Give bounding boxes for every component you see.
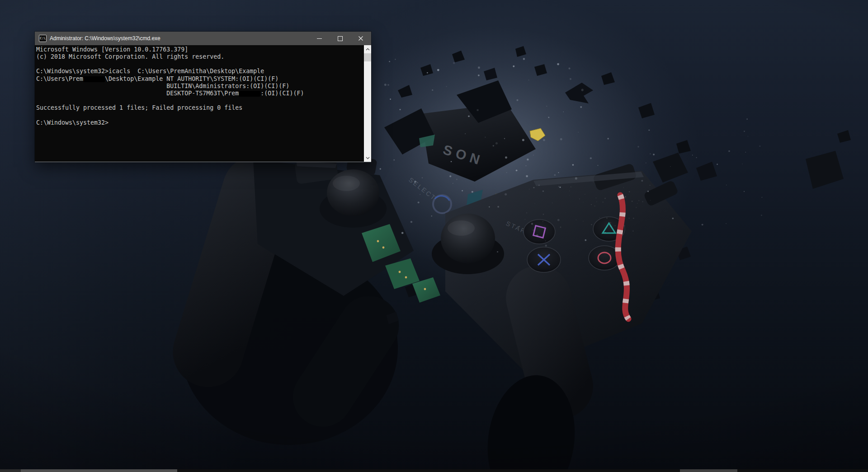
desktop: SELECT SON: [0, 0, 868, 472]
taskbar-segment[interactable]: [680, 469, 737, 472]
taskbar-sliver[interactable]: [0, 469, 868, 472]
window-title: Administrator: C:\Windows\system32\cmd.e…: [50, 35, 309, 42]
close-icon: [358, 36, 363, 41]
scrollbar[interactable]: [364, 45, 371, 162]
minimize-button[interactable]: [309, 32, 330, 45]
cmd-window: C:\ Administrator: C:\Windows\system32\c…: [35, 32, 371, 162]
scroll-down-button[interactable]: [364, 154, 371, 162]
titlebar[interactable]: C:\ Administrator: C:\Windows\system32\c…: [35, 32, 371, 45]
taskbar-segment: [0, 469, 21, 472]
cmd-icon-glyph: C:\: [40, 37, 46, 40]
redaction-mark: [239, 91, 260, 97]
scrollbar-thumb[interactable]: [364, 53, 371, 61]
taskbar-segment[interactable]: [21, 469, 177, 472]
cmd-icon: C:\: [39, 35, 47, 42]
console-output: Microsoft Windows [Version 10.0.17763.37…: [36, 46, 363, 126]
maximize-button[interactable]: [330, 32, 350, 45]
chevron-down-icon: [366, 157, 370, 159]
console[interactable]: Microsoft Windows [Version 10.0.17763.37…: [35, 45, 371, 162]
chevron-up-icon: [366, 48, 370, 51]
close-button[interactable]: [350, 32, 371, 45]
scroll-up-button[interactable]: [364, 45, 371, 53]
redaction-mark: [83, 76, 105, 82]
window-controls: [309, 32, 371, 45]
minimize-icon: [317, 38, 322, 39]
controller-right-half: START: [432, 163, 692, 472]
maximize-icon: [338, 36, 343, 41]
